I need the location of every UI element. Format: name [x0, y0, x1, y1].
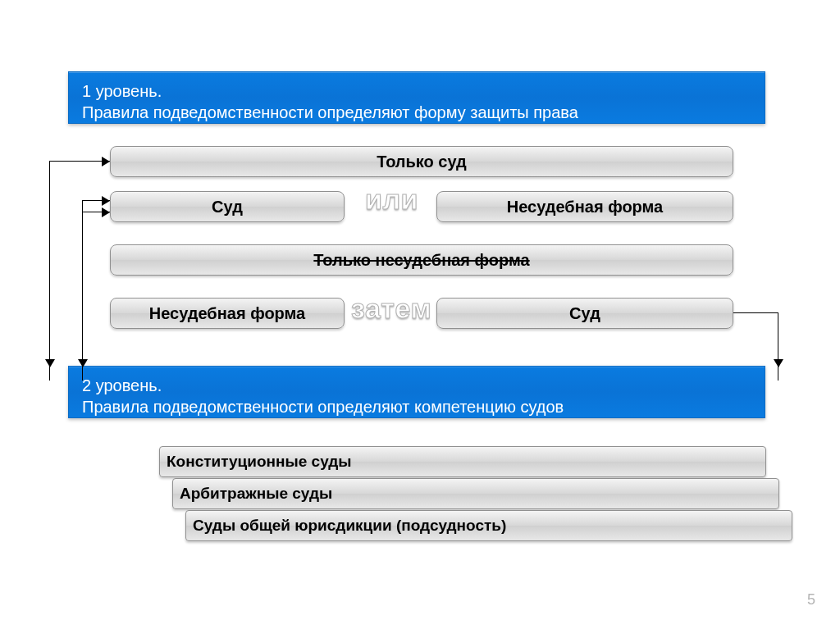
- box-only-court: Только суд: [110, 146, 733, 177]
- arrow-head-right: [102, 196, 110, 206]
- level2-title-line1: 2 уровень.: [82, 375, 751, 396]
- court-constitutional: Конституционные суды: [159, 446, 766, 477]
- arrow-head-right: [102, 207, 110, 217]
- court-general-label: Суды общей юрисдикции (подсудность): [193, 517, 506, 535]
- box-only-nonjudicial: Только несудебная форма: [110, 244, 733, 276]
- box-court-label: Суд: [212, 198, 243, 217]
- box-nonjudicial-left-label: Несудебная форма: [149, 304, 305, 323]
- word-then: затем: [351, 293, 431, 325]
- arrow-conn: [733, 312, 778, 313]
- box-only-court-label: Только суд: [377, 153, 467, 171]
- level1-title-line2: Правила подведомственности определяют фо…: [82, 102, 751, 123]
- level1-header: 1 уровень. Правила подведомственности оп…: [68, 71, 765, 124]
- box-nonjudicial-form-right: Несудебная форма: [436, 191, 733, 222]
- court-arbitration: Арбитражные суды: [172, 478, 779, 509]
- arrow-conn: [49, 161, 110, 162]
- court-general: Суды общей юрисдикции (подсудность): [185, 510, 792, 541]
- box-court-right-label: Суд: [569, 304, 600, 323]
- box-court-right: Суд: [436, 298, 733, 329]
- word-or: или: [365, 184, 418, 216]
- level2-header: 2 уровень. Правила подведомственности оп…: [68, 366, 765, 418]
- box-nonjudicial-label: Несудебная форма: [507, 198, 663, 217]
- arrow-head-down: [774, 359, 783, 367]
- arrow-conn: [49, 161, 50, 381]
- arrow-head-right: [102, 157, 110, 166]
- arrow-conn: [778, 312, 778, 381]
- court-constitutional-label: Конституционные суды: [167, 453, 352, 471]
- level1-title-line1: 1 уровень.: [82, 80, 751, 102]
- level2-title-line2: Правила подведомственности определяют ко…: [82, 396, 751, 417]
- arrow-head-down: [78, 359, 88, 367]
- arrow-head-down: [45, 359, 55, 367]
- box-only-nonjudicial-label: Только несудебная форма: [313, 251, 529, 270]
- box-nonjudicial-left: Несудебная форма: [110, 298, 345, 329]
- arrow-conn: [82, 200, 83, 381]
- court-arbitration-label: Арбитражные суды: [180, 485, 332, 503]
- page-number: 5: [807, 591, 815, 608]
- box-court: Суд: [110, 191, 345, 222]
